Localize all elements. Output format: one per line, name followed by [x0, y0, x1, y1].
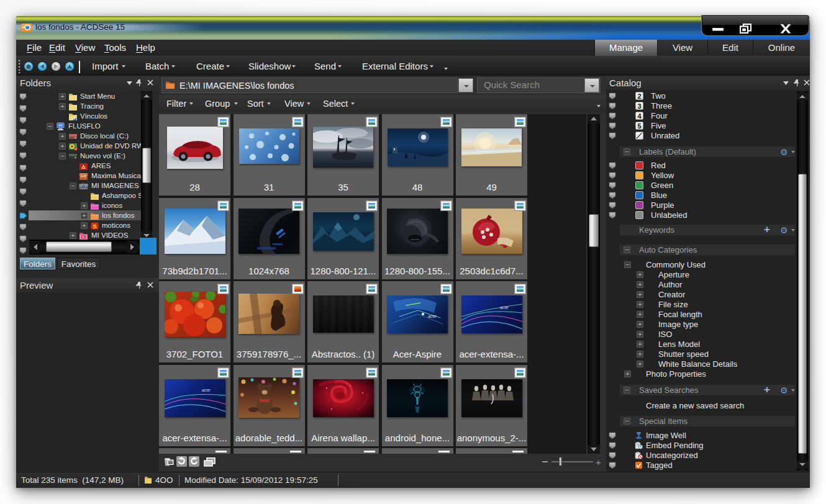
svg-text:acer: acer	[428, 314, 437, 318]
svg-text:acer: acer	[500, 305, 509, 310]
svg-text:acer: acer	[202, 388, 211, 392]
svg-text:S: S	[93, 223, 96, 230]
